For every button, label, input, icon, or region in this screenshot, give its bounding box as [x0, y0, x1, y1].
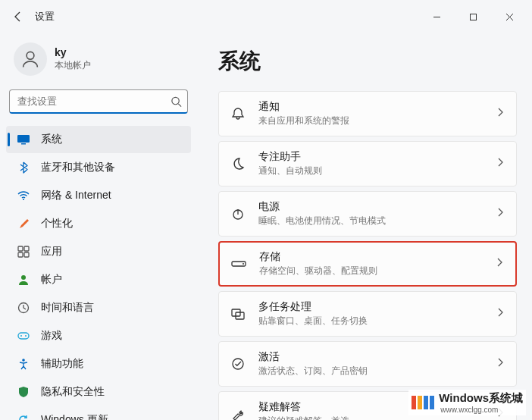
card-title: 电源: [258, 200, 495, 214]
card-sub: 贴靠窗口、桌面、任务切换: [258, 315, 495, 328]
wifi-icon: [17, 189, 30, 202]
chevron-right-icon: [495, 357, 505, 371]
nav-label: 网络 & Internet: [41, 189, 111, 202]
moon-icon: [230, 155, 246, 172]
watermark-logo-icon: [412, 396, 434, 409]
svg-point-14: [25, 335, 27, 337]
bluetooth-icon: [17, 161, 30, 174]
card-activation[interactable]: 激活 激活状态、订阅、产品密钥: [218, 341, 517, 387]
card-sub: 睡眠、电池使用情况、节电模式: [258, 215, 495, 227]
card-notifications[interactable]: 通知 来自应用和系统的警报: [218, 91, 517, 136]
nav-personalization[interactable]: 个性化: [6, 210, 191, 237]
account-icon: [17, 273, 30, 287]
svg-point-18: [243, 263, 244, 265]
nav-label: 个性化: [41, 217, 73, 230]
svg-rect-7: [24, 246, 29, 251]
svg-rect-9: [24, 252, 29, 257]
arrow-left-icon: [12, 11, 24, 23]
chevron-right-icon: [495, 157, 505, 171]
accessibility-icon: [17, 357, 30, 371]
chevron-right-icon: [494, 257, 505, 271]
chevron-right-icon: [495, 307, 505, 321]
close-icon: [505, 13, 514, 21]
shield-icon: [17, 385, 30, 399]
close-button[interactable]: [493, 5, 526, 28]
svg-rect-4: [21, 143, 26, 145]
svg-rect-0: [470, 14, 476, 20]
window-controls: [420, 5, 526, 28]
check-circle-icon: [230, 356, 246, 372]
card-sub: 建议的疑难解答、首选: [258, 415, 495, 420]
svg-point-2: [172, 97, 179, 104]
chevron-right-icon: [495, 107, 505, 121]
avatar: [14, 42, 47, 76]
svg-point-15: [22, 359, 25, 362]
card-title: 通知: [258, 100, 495, 114]
apps-icon: [17, 245, 30, 259]
brush-icon: [17, 217, 30, 230]
maximize-button[interactable]: [456, 5, 490, 28]
nav-label: 时间和语言: [41, 301, 94, 315]
nav-time[interactable]: 时间和语言: [6, 294, 191, 321]
storage-icon: [230, 255, 247, 272]
update-icon: [17, 413, 30, 420]
svg-rect-8: [18, 252, 23, 257]
nav-apps[interactable]: 应用: [6, 238, 191, 265]
card-multitask[interactable]: 多任务处理 贴靠窗口、桌面、任务切换: [218, 291, 517, 337]
profile-block[interactable]: ky 本地帐户: [6, 33, 191, 89]
clock-globe-icon: [17, 301, 30, 315]
search-input[interactable]: [9, 89, 188, 114]
card-focus[interactable]: 专注助手 通知、自动规则: [218, 141, 517, 186]
nav: 系统 蓝牙和其他设备 网络 & Internet 个性化 应用 帐户: [6, 126, 191, 420]
card-title: 多任务处理: [258, 300, 495, 314]
card-storage[interactable]: 存储 存储空间、驱动器、配置规则: [218, 241, 517, 287]
card-title: 激活: [258, 350, 495, 364]
minimize-icon: [433, 13, 441, 21]
person-icon: [20, 49, 41, 70]
nav-update[interactable]: Windows 更新: [6, 406, 191, 420]
sidebar: ky 本地帐户 系统 蓝牙和其他设备 网络 & Internet: [0, 33, 197, 420]
watermark: Windows系统城 www.wxclgg.com: [408, 390, 526, 415]
gamepad-icon: [17, 329, 30, 343]
svg-point-21: [233, 359, 243, 369]
card-sub: 来自应用和系统的警报: [258, 114, 495, 127]
search-wrap: [6, 89, 191, 123]
nav-gaming[interactable]: 游戏: [6, 322, 191, 349]
settings-cards: 通知 来自应用和系统的警报 专注助手 通知、自动规则 电源 睡眠、电池使用情况、…: [218, 91, 517, 420]
svg-rect-6: [18, 246, 23, 251]
chevron-right-icon: [495, 207, 505, 221]
nav-network[interactable]: 网络 & Internet: [6, 182, 191, 209]
nav-label: Windows 更新: [41, 413, 108, 420]
power-icon: [230, 205, 246, 222]
nav-system[interactable]: 系统: [6, 126, 191, 153]
display-icon: [17, 133, 30, 146]
profile-name: ky: [55, 46, 91, 58]
profile-sub: 本地帐户: [55, 59, 91, 72]
minimize-button[interactable]: [420, 5, 453, 28]
wrench-icon: [230, 406, 246, 420]
nav-label: 游戏: [41, 329, 62, 343]
svg-rect-12: [18, 333, 29, 339]
svg-point-13: [20, 335, 22, 337]
nav-accounts[interactable]: 帐户: [6, 266, 191, 293]
card-power[interactable]: 电源 睡眠、电池使用情况、节电模式: [218, 191, 517, 237]
nav-label: 蓝牙和其他设备: [41, 161, 115, 174]
main: 系统 通知 来自应用和系统的警报 专注助手 通知、自动规则: [197, 33, 532, 420]
back-button[interactable]: [6, 5, 30, 29]
nav-bluetooth[interactable]: 蓝牙和其他设备: [6, 154, 191, 181]
nav-accessibility[interactable]: 辅助功能: [6, 350, 191, 378]
nav-label: 辅助功能: [41, 357, 83, 371]
maximize-icon: [469, 13, 477, 21]
nav-label: 隐私和安全性: [41, 385, 105, 399]
svg-point-1: [27, 52, 34, 59]
page-title: 系统: [218, 47, 517, 76]
svg-point-10: [21, 275, 26, 280]
window-title: 设置: [35, 10, 55, 24]
card-sub: 通知、自动规则: [258, 165, 495, 177]
bell-icon: [230, 105, 246, 122]
watermark-text: Windows系统城: [439, 391, 523, 404]
nav-privacy[interactable]: 隐私和安全性: [6, 378, 191, 406]
svg-rect-3: [17, 135, 30, 143]
titlebar: 设置: [0, 0, 532, 33]
multitask-icon: [230, 306, 246, 322]
